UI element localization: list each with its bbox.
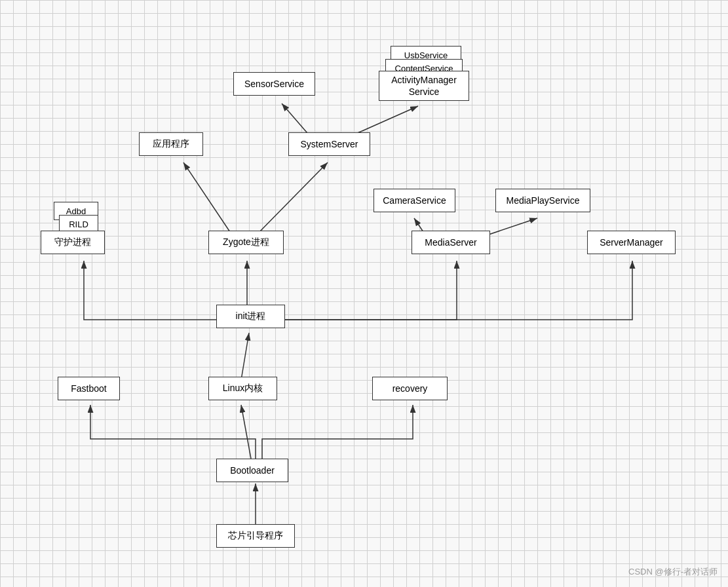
node-systemserver: SystemServer: [288, 132, 370, 156]
svg-line-2: [241, 405, 251, 459]
svg-line-3: [241, 333, 249, 380]
svg-line-8: [485, 218, 537, 236]
node-chip: 芯片引导程序: [216, 524, 295, 548]
node-app: 应用程序: [139, 132, 203, 156]
node-init: init进程: [216, 305, 285, 328]
node-bootloader: Bootloader: [216, 459, 288, 482]
node-mediaplayservice: MediaPlayService: [495, 189, 590, 212]
node-sensorservice: SensorService: [233, 72, 315, 96]
node-fastboot: Fastboot: [58, 377, 120, 400]
svg-line-6: [256, 162, 328, 236]
svg-line-5: [183, 162, 233, 236]
node-linux: Linux内核: [208, 377, 277, 400]
node-activitymanager: ActivityManager Service: [379, 71, 469, 101]
watermark: CSDN @修行-者对话师: [628, 566, 718, 578]
node-mediaserver: MediaServer: [412, 231, 490, 254]
node-cameraservice: CameraService: [374, 189, 455, 212]
node-servermanager: ServerManager: [587, 231, 676, 254]
node-guardian: 守护进程: [41, 231, 105, 254]
node-zygote: Zygote进程: [208, 231, 284, 254]
node-recovery: recovery: [372, 377, 448, 400]
